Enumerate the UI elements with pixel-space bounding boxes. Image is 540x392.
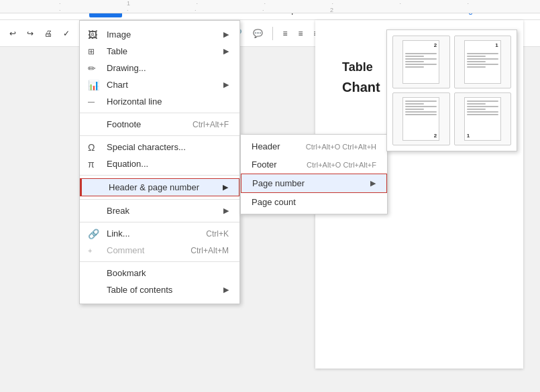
menu-item-chart[interactable]: 📊 Chart ▶: [80, 76, 239, 93]
submenu-footer[interactable]: Footer Ctrl+Alt+O Ctrl+Alt+F: [241, 155, 387, 174]
menu-item-break[interactable]: Break ▶: [80, 202, 239, 219]
link-icon: 🔗: [88, 228, 99, 239]
menu-item-special-chars[interactable]: Ω Special characters...: [80, 139, 239, 155]
undo-button[interactable]: ↩: [5, 26, 20, 41]
menu-item-table[interactable]: ⊞ Table ▶: [80, 43, 239, 60]
page-number-grid: 2 1 2: [392, 36, 511, 145]
menu-section-2: Footnote Ctrl+Alt+F: [80, 113, 239, 136]
pn-option-top-right[interactable]: 2: [392, 36, 450, 88]
menu-section-6: 🔗 Link... Ctrl+K + Comment Ctrl+Alt+M: [80, 222, 239, 262]
submenu-page-number[interactable]: Page number ▶: [241, 174, 387, 193]
hpn-submenu: Header Ctrl+Alt+O Ctrl+Alt+H Footer Ctrl…: [240, 134, 388, 214]
image-icon: 🖼: [88, 29, 97, 40]
menu-item-hrule[interactable]: — Horizontal line: [80, 93, 239, 110]
pn-page-top-right: 2: [402, 40, 439, 84]
menu-item-footnote[interactable]: Footnote Ctrl+Alt+F: [80, 116, 239, 133]
menu-item-bookmark[interactable]: Bookmark: [80, 265, 239, 281]
menu-section-3: Ω Special characters... π Equation...: [80, 136, 239, 176]
footer-label: Footer: [252, 159, 307, 170]
chart-icon: 📊: [88, 80, 99, 90]
menu-section-7: Bookmark Table of contents ▶: [80, 262, 239, 301]
pi-icon: π: [88, 159, 95, 170]
submenu-header[interactable]: Header Ctrl+Alt+O Ctrl+Alt+H: [241, 137, 387, 155]
submenu-page-count[interactable]: Page count: [241, 193, 387, 211]
menu-item-comment: + Comment Ctrl+Alt+M: [80, 242, 239, 259]
pn-page-top-left: 1: [464, 40, 501, 84]
hrule-icon: —: [88, 98, 95, 105]
menu-section-5: Break ▶: [80, 200, 239, 222]
ruler-marks: · 1 · · · · · · · · · 2: [5, 0, 535, 13]
menu-section-4: Header & page number ▶: [80, 176, 239, 200]
align-center-button[interactable]: ≡: [294, 26, 307, 41]
table-icon: ⊞: [88, 47, 95, 56]
menu-item-toc[interactable]: Table of contents ▶: [80, 281, 239, 298]
pn-option-bottom-right[interactable]: 2: [392, 92, 450, 145]
redo-button[interactable]: ↪: [23, 26, 38, 41]
insert-dropdown: 🖼 Image ▶ ⊞ Table ▶ ✏ Drawing... 📊 Chart…: [79, 20, 240, 304]
menu-item-image[interactable]: 🖼 Image ▶: [80, 26, 239, 43]
pn-page-bottom-left: 1: [464, 97, 501, 141]
menu-item-header-page[interactable]: Header & page number ▶: [80, 178, 239, 196]
ruler: · 1 · · · · · · · · · 2: [0, 0, 540, 13]
page-count-label: Page count: [252, 197, 376, 207]
drawing-icon: ✏: [88, 63, 96, 74]
comment-icon: +: [88, 247, 92, 255]
menu-item-equation[interactable]: π Equation...: [80, 155, 239, 172]
menu-item-link[interactable]: 🔗 Link... Ctrl+K: [80, 225, 239, 242]
comment-button[interactable]: 💬: [249, 26, 267, 41]
menu-item-drawing[interactable]: ✏ Drawing...: [80, 60, 239, 76]
print-button[interactable]: 🖨: [40, 26, 56, 41]
page-number-label: Page number: [252, 178, 370, 188]
page-number-submenu: 2 1 2: [386, 29, 517, 151]
spellcheck-button[interactable]: ✓: [59, 26, 74, 41]
align-left-button[interactable]: ≡: [278, 26, 291, 41]
header-label: Header: [252, 141, 306, 151]
pn-page-bottom-right: 2: [402, 97, 439, 141]
sep-4: [272, 27, 273, 40]
pn-option-top-left[interactable]: 1: [454, 36, 512, 88]
omega-icon: Ω: [88, 142, 95, 153]
menu-section-1: 🖼 Image ▶ ⊞ Table ▶ ✏ Drawing... 📊 Chart…: [80, 23, 239, 113]
pn-option-bottom-left[interactable]: 1: [454, 92, 512, 145]
